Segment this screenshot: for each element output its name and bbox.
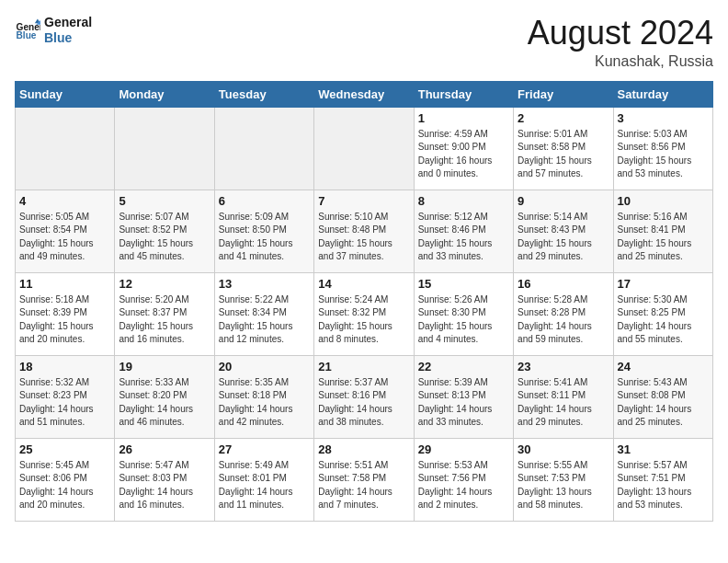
- day-info: Sunrise: 5:53 AMSunset: 7:56 PMDaylight:…: [418, 459, 509, 512]
- day-info: Sunrise: 5:22 AMSunset: 8:34 PMDaylight:…: [219, 293, 310, 347]
- day-number: 31: [618, 442, 709, 456]
- day-number: 29: [418, 442, 509, 456]
- day-number: 14: [318, 277, 409, 291]
- day-number: 18: [19, 360, 110, 373]
- header-cell-friday: Friday: [514, 81, 613, 107]
- header-cell-sunday: Sunday: [16, 81, 115, 107]
- day-cell: 28Sunrise: 5:51 AMSunset: 7:58 PMDayligh…: [314, 438, 414, 521]
- day-info: Sunrise: 5:49 AMSunset: 8:01 PMDaylight:…: [219, 459, 310, 512]
- day-number: 21: [318, 360, 409, 373]
- header-cell-monday: Monday: [115, 81, 214, 107]
- day-number: 7: [318, 194, 409, 208]
- day-cell: 23Sunrise: 5:41 AMSunset: 8:11 PMDayligh…: [514, 355, 613, 438]
- day-cell: 3Sunrise: 5:03 AMSunset: 8:56 PMDaylight…: [613, 107, 712, 190]
- day-number: 13: [219, 277, 310, 291]
- day-number: 27: [219, 442, 310, 456]
- day-number: 2: [518, 111, 609, 125]
- day-cell: 22Sunrise: 5:39 AMSunset: 8:13 PMDayligh…: [414, 355, 513, 438]
- logo-line2: Blue: [44, 30, 92, 46]
- day-info: Sunrise: 5:33 AMSunset: 8:20 PMDaylight:…: [119, 376, 210, 430]
- day-number: 19: [119, 360, 210, 373]
- day-cell: 7Sunrise: 5:10 AMSunset: 8:48 PMDaylight…: [314, 190, 414, 272]
- day-info: Sunrise: 5:16 AMSunset: 8:41 PMDaylight:…: [618, 211, 709, 264]
- day-cell: 31Sunrise: 5:57 AMSunset: 7:51 PMDayligh…: [613, 438, 712, 521]
- day-info: Sunrise: 5:03 AMSunset: 8:56 PMDaylight:…: [618, 128, 709, 181]
- day-number: 3: [618, 111, 709, 125]
- header-cell-saturday: Saturday: [613, 81, 712, 107]
- header-cell-thursday: Thursday: [414, 81, 513, 107]
- day-number: 20: [219, 360, 310, 373]
- location: Kunashak, Russia: [528, 53, 713, 70]
- day-cell: 13Sunrise: 5:22 AMSunset: 8:34 PMDayligh…: [214, 272, 313, 355]
- calendar-body: 1Sunrise: 4:59 AMSunset: 9:00 PMDaylight…: [16, 107, 713, 521]
- day-cell: 6Sunrise: 5:09 AMSunset: 8:50 PMDaylight…: [214, 190, 313, 272]
- day-cell: 29Sunrise: 5:53 AMSunset: 7:56 PMDayligh…: [414, 438, 513, 521]
- day-info: Sunrise: 5:28 AMSunset: 8:28 PMDaylight:…: [518, 293, 609, 347]
- day-number: 5: [119, 194, 210, 208]
- day-number: 24: [618, 360, 709, 373]
- day-info: Sunrise: 5:32 AMSunset: 8:23 PMDaylight:…: [19, 376, 110, 430]
- day-info: Sunrise: 5:35 AMSunset: 8:18 PMDaylight:…: [219, 376, 310, 430]
- day-info: Sunrise: 5:51 AMSunset: 7:58 PMDaylight:…: [318, 459, 409, 512]
- header-cell-wednesday: Wednesday: [314, 81, 414, 107]
- day-cell: 27Sunrise: 5:49 AMSunset: 8:01 PMDayligh…: [214, 438, 313, 521]
- day-cell: 17Sunrise: 5:30 AMSunset: 8:25 PMDayligh…: [613, 272, 712, 355]
- logo: General Blue General Blue: [15, 15, 92, 46]
- day-cell: 18Sunrise: 5:32 AMSunset: 8:23 PMDayligh…: [16, 355, 115, 438]
- day-number: 6: [219, 194, 310, 208]
- day-info: Sunrise: 5:01 AMSunset: 8:58 PMDaylight:…: [518, 128, 609, 181]
- day-info: Sunrise: 5:09 AMSunset: 8:50 PMDaylight:…: [219, 211, 310, 264]
- day-number: 25: [19, 442, 110, 456]
- day-number: 22: [418, 360, 509, 373]
- day-number: 17: [618, 277, 709, 291]
- day-cell: [314, 107, 414, 190]
- day-cell: 4Sunrise: 5:05 AMSunset: 8:54 PMDaylight…: [16, 190, 115, 272]
- day-cell: [16, 107, 115, 190]
- day-number: 8: [418, 194, 509, 208]
- calendar-table: SundayMondayTuesdayWednesdayThursdayFrid…: [15, 81, 713, 522]
- day-cell: 30Sunrise: 5:55 AMSunset: 7:53 PMDayligh…: [514, 438, 613, 521]
- day-info: Sunrise: 5:37 AMSunset: 8:16 PMDaylight:…: [318, 376, 409, 430]
- calendar-header: SundayMondayTuesdayWednesdayThursdayFrid…: [16, 81, 713, 107]
- day-info: Sunrise: 5:20 AMSunset: 8:37 PMDaylight:…: [119, 293, 210, 347]
- day-cell: 12Sunrise: 5:20 AMSunset: 8:37 PMDayligh…: [115, 272, 214, 355]
- month-year: August 2024: [528, 15, 713, 52]
- day-number: 12: [119, 277, 210, 291]
- day-cell: 1Sunrise: 4:59 AMSunset: 9:00 PMDaylight…: [414, 107, 513, 190]
- day-cell: [115, 107, 214, 190]
- day-cell: 5Sunrise: 5:07 AMSunset: 8:52 PMDaylight…: [115, 190, 214, 272]
- day-info: Sunrise: 5:30 AMSunset: 8:25 PMDaylight:…: [618, 293, 709, 347]
- header-cell-tuesday: Tuesday: [214, 81, 313, 107]
- day-cell: 15Sunrise: 5:26 AMSunset: 8:30 PMDayligh…: [414, 272, 513, 355]
- logo-icon: General Blue: [15, 17, 40, 43]
- day-cell: 10Sunrise: 5:16 AMSunset: 8:41 PMDayligh…: [613, 190, 712, 272]
- day-info: Sunrise: 5:18 AMSunset: 8:39 PMDaylight:…: [19, 293, 110, 347]
- day-number: 23: [518, 360, 609, 373]
- day-info: Sunrise: 5:26 AMSunset: 8:30 PMDaylight:…: [418, 293, 509, 347]
- day-cell: 16Sunrise: 5:28 AMSunset: 8:28 PMDayligh…: [514, 272, 613, 355]
- day-number: 4: [19, 194, 110, 208]
- day-cell: 20Sunrise: 5:35 AMSunset: 8:18 PMDayligh…: [214, 355, 313, 438]
- day-info: Sunrise: 5:24 AMSunset: 8:32 PMDaylight:…: [318, 293, 409, 347]
- page-header: General Blue General Blue August 2024 Ku…: [15, 15, 713, 70]
- day-info: Sunrise: 5:47 AMSunset: 8:03 PMDaylight:…: [119, 459, 210, 512]
- day-info: Sunrise: 5:10 AMSunset: 8:48 PMDaylight:…: [318, 211, 409, 264]
- day-number: 15: [418, 277, 509, 291]
- day-cell: 19Sunrise: 5:33 AMSunset: 8:20 PMDayligh…: [115, 355, 214, 438]
- day-info: Sunrise: 5:57 AMSunset: 7:51 PMDaylight:…: [618, 459, 709, 512]
- week-row-4: 18Sunrise: 5:32 AMSunset: 8:23 PMDayligh…: [16, 355, 713, 438]
- week-row-3: 11Sunrise: 5:18 AMSunset: 8:39 PMDayligh…: [16, 272, 713, 355]
- day-number: 11: [19, 277, 110, 291]
- week-row-5: 25Sunrise: 5:45 AMSunset: 8:06 PMDayligh…: [16, 438, 713, 521]
- day-number: 1: [418, 111, 509, 125]
- week-row-1: 1Sunrise: 4:59 AMSunset: 9:00 PMDaylight…: [16, 107, 713, 190]
- day-cell: 25Sunrise: 5:45 AMSunset: 8:06 PMDayligh…: [16, 438, 115, 521]
- day-number: 28: [318, 442, 409, 456]
- day-cell: 9Sunrise: 5:14 AMSunset: 8:43 PMDaylight…: [514, 190, 613, 272]
- day-info: Sunrise: 5:05 AMSunset: 8:54 PMDaylight:…: [19, 211, 110, 264]
- title-block: August 2024 Kunashak, Russia: [528, 15, 713, 70]
- day-info: Sunrise: 5:41 AMSunset: 8:11 PMDaylight:…: [518, 376, 609, 430]
- day-number: 26: [119, 442, 210, 456]
- day-cell: 11Sunrise: 5:18 AMSunset: 8:39 PMDayligh…: [16, 272, 115, 355]
- day-cell: 24Sunrise: 5:43 AMSunset: 8:08 PMDayligh…: [613, 355, 712, 438]
